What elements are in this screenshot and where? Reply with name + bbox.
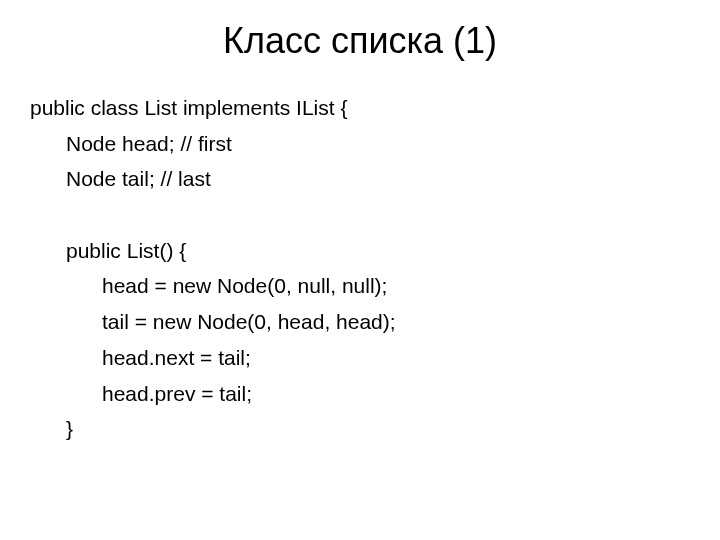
slide-container: Класс списка (1) public class List imple… — [0, 0, 720, 540]
code-line — [30, 197, 690, 233]
code-line: tail = new Node(0, head, head); — [30, 304, 690, 340]
code-block: public class List implements IList { Nod… — [30, 90, 690, 447]
code-line: head.prev = tail; — [30, 376, 690, 412]
code-line: Node tail; // last — [30, 161, 690, 197]
code-line: head.next = tail; — [30, 340, 690, 376]
code-line: public class List implements IList { — [30, 90, 690, 126]
code-line: head = new Node(0, null, null); — [30, 268, 690, 304]
slide-title: Класс списка (1) — [30, 20, 690, 62]
code-line: public List() { — [30, 233, 690, 269]
code-line: Node head; // first — [30, 126, 690, 162]
code-line: } — [30, 411, 690, 447]
